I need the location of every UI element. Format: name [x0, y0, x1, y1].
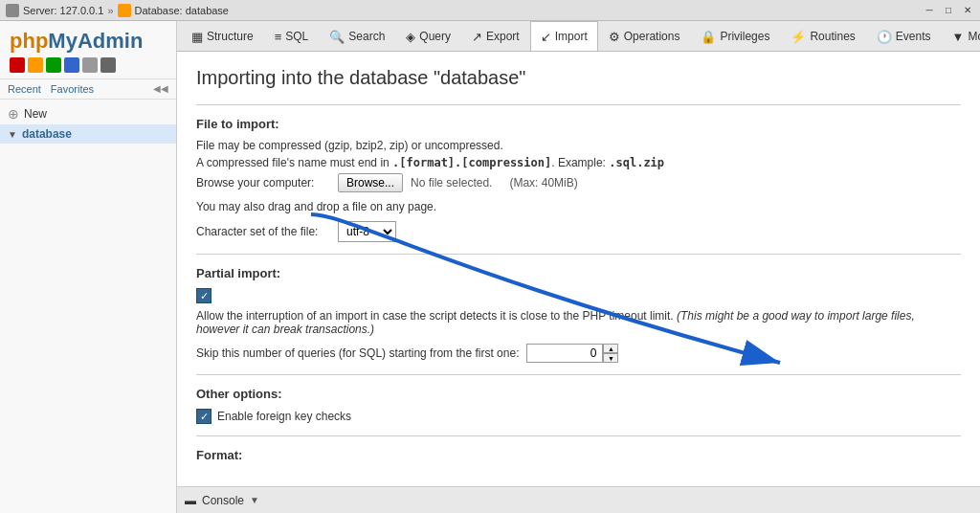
other-options-section: Other options: ✓ Enable foreign key chec…	[196, 387, 961, 424]
console-icon: ▬	[185, 494, 196, 507]
divider-4	[196, 435, 961, 436]
export-icon: ↗	[472, 30, 482, 44]
tab-bar: ▦ Structure ≡ SQL 🔍 Search ◈ Query ↗ Exp…	[177, 21, 980, 52]
privileges-icon: 🔒	[701, 30, 716, 44]
foreign-key-row: ✓ Enable foreign key checks	[196, 409, 961, 424]
tab-export[interactable]: ↗ Export	[461, 21, 530, 51]
browse-row: Browse your computer: Browse... No file …	[196, 173, 961, 192]
expand-icon: ▼	[8, 129, 17, 140]
recent-favorites-bar: Recent Favorites ◀◀	[0, 79, 176, 100]
tab-query[interactable]: ◈ Query	[395, 21, 461, 51]
logo-myadmin: MyAdmin	[48, 29, 143, 53]
structure-icon: ▦	[191, 30, 203, 44]
browse-label: Browse your computer:	[196, 176, 330, 190]
operations-icon: ⚙	[609, 30, 620, 44]
new-icon: ⊕	[8, 106, 19, 122]
tab-more[interactable]: ▼ More	[942, 21, 980, 51]
divider-2	[196, 254, 961, 255]
file-desc-2: A compressed file's name must end in .[f…	[196, 156, 961, 169]
window-controls: ─ □ ✕	[923, 4, 974, 17]
db-name-label: database	[22, 127, 72, 141]
new-label: New	[24, 107, 47, 121]
skip-spinner: ▲ ▼	[526, 344, 618, 363]
page-content: Importing into the database "database" F…	[177, 52, 980, 486]
recent-tab[interactable]: Recent	[8, 83, 41, 95]
tab-import-label: Import	[555, 30, 588, 43]
main-content: ▦ Structure ≡ SQL 🔍 Search ◈ Query ↗ Exp…	[177, 21, 980, 513]
skip-label: Skip this number of queries (for SQL) st…	[196, 346, 519, 360]
query-icon: ◈	[406, 30, 415, 44]
max-size-label: (Max: 40MiB)	[509, 176, 577, 190]
server-icon	[6, 4, 19, 17]
logo-icon-5	[82, 57, 98, 73]
more-icon: ▼	[952, 30, 965, 44]
logo-icon-1	[10, 57, 25, 73]
logo-icons	[10, 57, 167, 73]
logo-icon-4	[64, 57, 79, 73]
tab-export-label: Export	[486, 30, 520, 43]
skip-input[interactable]	[526, 344, 603, 363]
divider-3	[196, 374, 961, 375]
file-desc-2-prefix: A compressed file's name must end in	[196, 156, 392, 169]
tab-events[interactable]: 🕐 Events	[866, 21, 942, 51]
favorites-tab[interactable]: Favorites	[51, 83, 94, 95]
events-icon: 🕐	[877, 30, 892, 44]
file-desc-2-suffix: . Example:	[551, 156, 609, 169]
minimize-button[interactable]: ─	[923, 4, 936, 17]
nav-hide-button[interactable]: ◀◀	[153, 83, 168, 95]
file-status: No file selected.	[411, 176, 492, 190]
tab-query-label: Query	[419, 30, 451, 43]
sql-icon: ≡	[275, 30, 282, 44]
search-icon: 🔍	[329, 30, 345, 44]
new-database-item[interactable]: ⊕ New	[0, 103, 176, 124]
spin-down-button[interactable]: ▼	[603, 353, 618, 363]
close-button[interactable]: ✕	[961, 4, 974, 17]
server-label: Server: 127.0.0.1	[23, 5, 103, 16]
charset-label: Character set of the file:	[196, 225, 330, 238]
file-import-heading: File to import:	[196, 117, 961, 131]
routines-icon: ⚡	[791, 30, 806, 44]
maximize-button[interactable]: □	[942, 4, 955, 17]
file-import-section: File to import: File may be compressed (…	[196, 117, 961, 242]
page-title: Importing into the database "database"	[196, 67, 961, 89]
logo-icon-3	[46, 57, 61, 73]
tab-routines-label: Routines	[810, 30, 855, 43]
tab-structure[interactable]: ▦ Structure	[181, 21, 264, 51]
tab-operations[interactable]: ⚙ Operations	[598, 21, 691, 51]
breadcrumb-sep1: »	[107, 5, 113, 16]
interruption-text: Allow the interruption of an import in c…	[196, 309, 674, 323]
interruption-checkbox-row: ✓	[196, 288, 961, 303]
console-dropdown-arrow: ▼	[250, 495, 259, 505]
tab-sql[interactable]: ≡ SQL	[264, 21, 320, 51]
tab-routines[interactable]: ⚡ Routines	[780, 21, 865, 51]
logo-area: phpMyAdmin	[0, 21, 176, 79]
import-icon: ↙	[541, 30, 551, 44]
format-section: Format:	[196, 448, 961, 462]
tab-import[interactable]: ↙ Import	[530, 21, 598, 51]
tab-search[interactable]: 🔍 Search	[319, 21, 395, 51]
tab-more-label: More	[968, 30, 980, 43]
foreign-key-checkbox[interactable]: ✓	[196, 409, 212, 424]
tab-events-label: Events	[896, 30, 931, 43]
top-bar: Server: 127.0.0.1 » Database: database ─…	[0, 0, 980, 21]
logo-icon-2	[28, 57, 43, 73]
browse-button[interactable]: Browse...	[338, 173, 403, 192]
console-bar[interactable]: ▬ Console ▼	[177, 486, 980, 513]
skip-queries-row: Skip this number of queries (for SQL) st…	[196, 344, 961, 363]
partial-import-heading: Partial import:	[196, 266, 961, 280]
charset-row: Character set of the file: utf-8 utf-16 …	[196, 221, 961, 242]
file-desc-2-pattern: .[format].[compression]	[392, 156, 551, 169]
tab-privileges[interactable]: 🔒 Privileges	[690, 21, 780, 51]
database-tree: ⊕ New ▼ database	[0, 100, 176, 513]
other-options-heading: Other options:	[196, 387, 961, 401]
drag-drop-text: You may also drag and drop a file on any…	[196, 200, 961, 213]
interruption-checkbox[interactable]: ✓	[196, 288, 212, 303]
spin-up-button[interactable]: ▲	[603, 344, 618, 353]
charset-select[interactable]: utf-8 utf-16 latin1 ascii	[338, 221, 396, 242]
logo-php: php	[10, 29, 48, 53]
tab-sql-label: SQL	[285, 30, 308, 43]
file-desc-1: File may be compressed (gzip, bzip2, zip…	[196, 139, 961, 152]
breadcrumb: Server: 127.0.0.1 » Database: database	[6, 4, 229, 17]
divider-1	[196, 104, 961, 105]
database-item[interactable]: ▼ database	[0, 124, 176, 144]
